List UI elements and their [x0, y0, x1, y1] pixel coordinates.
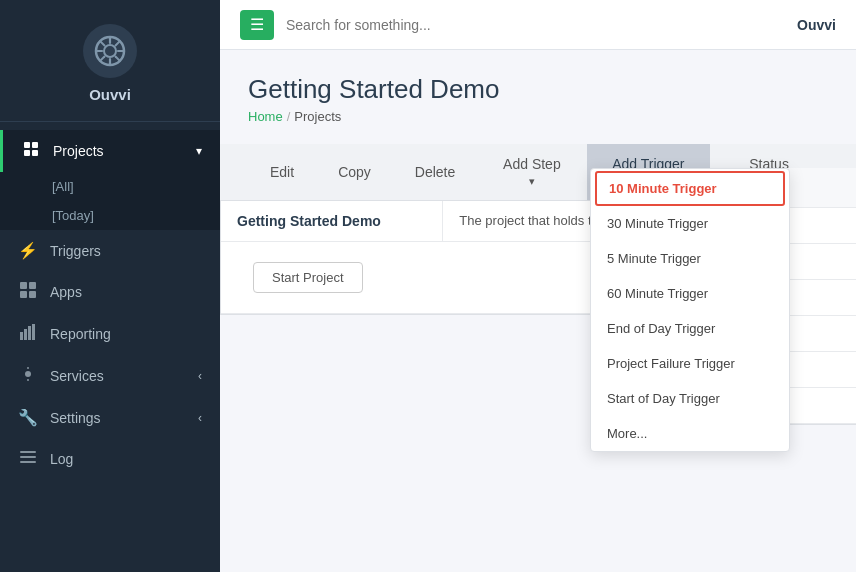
svg-rect-11	[32, 142, 38, 148]
project-name-cell: Getting Started Demo	[221, 201, 443, 241]
dropdown-item-more[interactable]: More...	[591, 416, 789, 451]
settings-arrow-icon: ‹	[198, 411, 202, 425]
sidebar: Ouvvi Projects ▾ [All] [Today] ⚡ Trigger…	[0, 0, 220, 572]
svg-rect-17	[29, 291, 36, 298]
svg-rect-27	[20, 461, 36, 463]
svg-rect-14	[20, 282, 27, 289]
sidebar-log-label: Log	[50, 451, 202, 467]
svg-rect-18	[20, 332, 23, 340]
sidebar-item-services[interactable]: Services ‹	[0, 355, 220, 397]
sidebar-item-triggers[interactable]: ⚡ Triggers	[0, 230, 220, 271]
breadcrumb-home[interactable]: Home	[248, 109, 283, 124]
add-trigger-dropdown: 10 Minute Trigger 30 Minute Trigger 5 Mi…	[590, 168, 790, 452]
sidebar-logo-name: Ouvvi	[89, 86, 131, 103]
svg-rect-26	[20, 456, 36, 458]
reporting-icon	[18, 324, 38, 344]
projects-icon	[21, 141, 41, 161]
page-title: Getting Started Demo	[248, 74, 828, 105]
sidebar-services-label: Services	[50, 368, 194, 384]
apps-icon	[18, 282, 38, 302]
svg-rect-20	[28, 326, 31, 340]
sidebar-item-reporting[interactable]: Reporting	[0, 313, 220, 355]
services-icon	[18, 366, 38, 386]
svg-line-9	[100, 57, 104, 61]
start-project-button[interactable]: Start Project	[253, 262, 363, 293]
sidebar-item-log[interactable]: Log	[0, 438, 220, 480]
copy-button[interactable]: Copy	[316, 152, 393, 192]
svg-rect-13	[32, 150, 38, 156]
sidebar-item-apps[interactable]: Apps	[0, 271, 220, 313]
sidebar-sub-all[interactable]: [All]	[0, 172, 220, 201]
settings-icon: 🔧	[18, 408, 38, 427]
topbar: ☰ Ouvvi	[220, 0, 856, 50]
sidebar-item-projects[interactable]: Projects ▾	[0, 130, 220, 172]
svg-line-8	[116, 41, 120, 45]
hamburger-icon: ☰	[250, 15, 264, 34]
sidebar-sub-today[interactable]: [Today]	[0, 201, 220, 230]
breadcrumb: Home / Projects	[248, 109, 828, 124]
dropdown-item-60min[interactable]: 60 Minute Trigger	[591, 276, 789, 311]
svg-rect-12	[24, 150, 30, 156]
dropdown-item-projectfailure[interactable]: Project Failure Trigger	[591, 346, 789, 381]
breadcrumb-separator: /	[287, 109, 291, 124]
sidebar-settings-label: Settings	[50, 410, 194, 426]
svg-rect-15	[29, 282, 36, 289]
dropdown-item-10min[interactable]: 10 Minute Trigger	[595, 171, 785, 206]
dropdown-item-endofday[interactable]: End of Day Trigger	[591, 311, 789, 346]
topbar-username: Ouvvi	[797, 17, 836, 33]
content-area: Getting Started Demo Home / Projects Edi…	[220, 50, 856, 572]
dropdown-item-5min[interactable]: 5 Minute Trigger	[591, 241, 789, 276]
search-input[interactable]	[286, 17, 785, 33]
svg-rect-21	[32, 324, 35, 340]
topbar-menu-button[interactable]: ☰	[240, 10, 274, 40]
svg-rect-19	[24, 329, 27, 340]
dropdown-item-30min[interactable]: 30 Minute Trigger	[591, 206, 789, 241]
logo-icon	[83, 24, 137, 78]
svg-rect-25	[20, 451, 36, 453]
sidebar-logo: Ouvvi	[0, 0, 220, 122]
sidebar-triggers-label: Triggers	[50, 243, 202, 259]
sidebar-projects-label: Projects	[53, 143, 192, 159]
breadcrumb-projects: Projects	[294, 109, 341, 124]
projects-arrow-icon: ▾	[196, 144, 202, 158]
edit-button[interactable]: Edit	[248, 152, 316, 192]
sidebar-projects-sub: [All] [Today]	[0, 172, 220, 230]
svg-line-6	[100, 41, 104, 45]
log-icon	[18, 449, 38, 469]
dropdown-item-startofday[interactable]: Start of Day Trigger	[591, 381, 789, 416]
sidebar-reporting-label: Reporting	[50, 326, 202, 342]
add-step-button[interactable]: Add Step	[477, 144, 586, 200]
svg-rect-10	[24, 142, 30, 148]
sidebar-nav: Projects ▾ [All] [Today] ⚡ Triggers Apps…	[0, 122, 220, 572]
svg-point-22	[25, 371, 31, 377]
triggers-icon: ⚡	[18, 241, 38, 260]
services-arrow-icon: ‹	[198, 369, 202, 383]
sidebar-item-settings[interactable]: 🔧 Settings ‹	[0, 397, 220, 438]
svg-line-7	[116, 57, 120, 61]
delete-button[interactable]: Delete	[393, 152, 477, 192]
main-content: ☰ Ouvvi Getting Started Demo Home / Proj…	[220, 0, 856, 572]
svg-point-1	[104, 45, 116, 57]
sidebar-apps-label: Apps	[50, 284, 202, 300]
svg-rect-16	[20, 291, 27, 298]
